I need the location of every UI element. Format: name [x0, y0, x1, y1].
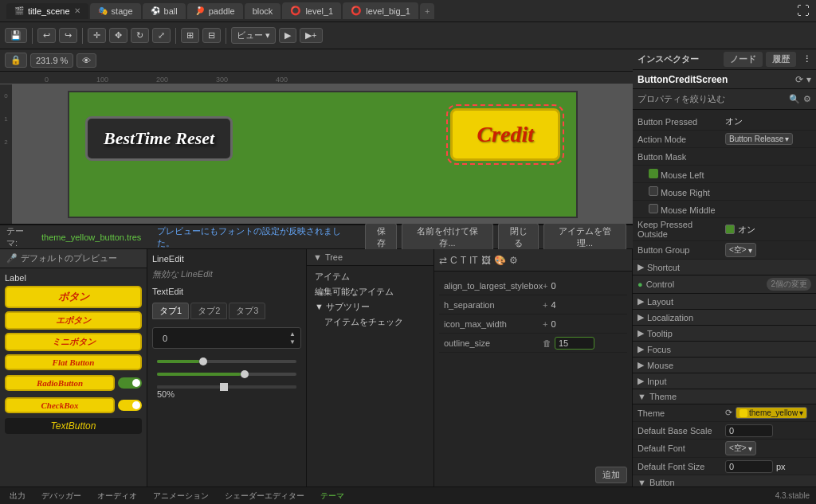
inspector-tab-history[interactable]: 履歴 — [766, 52, 796, 67]
save-as-theme-button[interactable]: 名前を付けて保存... — [402, 223, 493, 252]
save-button[interactable]: 💾 — [5, 28, 27, 43]
status-tab-debugger[interactable]: デバッガー — [38, 489, 84, 503]
scale-tool[interactable]: ⤢ — [152, 28, 171, 43]
tree-item-check[interactable]: アイテムをチェック — [312, 315, 429, 330]
props-add-button[interactable]: 追加 — [595, 467, 627, 483]
font-size-input[interactable] — [725, 460, 773, 473]
slider-3-thumb[interactable] — [220, 383, 228, 391]
outline-size-input[interactable] — [555, 337, 594, 350]
tab2[interactable]: タブ2 — [190, 303, 227, 319]
preview-btn-3[interactable]: ミニボタン — [5, 333, 142, 351]
plus-icon-2[interactable]: + — [543, 300, 547, 310]
view-button[interactable]: ビュー ▾ — [231, 27, 276, 44]
slider-2-track[interactable] — [157, 373, 296, 376]
canvas-area[interactable]: 0 100 200 300 400 012 BestTime Reset Cre… — [0, 72, 633, 224]
status-tab-animation[interactable]: アニメーション — [150, 489, 212, 503]
section-button[interactable]: ▼ Button — [633, 475, 816, 486]
section-localization[interactable]: ▶ Localization — [633, 310, 816, 326]
section-layout[interactable]: ▶ Layout — [633, 294, 816, 310]
tab1[interactable]: タブ1 — [152, 303, 189, 319]
default-font-dropdown[interactable]: <空> ▾ — [725, 441, 756, 455]
stepper-down[interactable]: ▼ — [289, 338, 296, 346]
select-tool[interactable]: ✛ — [88, 28, 106, 43]
insp-value-button-pressed: オン — [725, 115, 811, 127]
preview-btn-4[interactable]: Flat Button — [5, 354, 142, 370]
trash-icon[interactable]: 🗑 — [543, 338, 551, 348]
close-theme-button[interactable]: 閉じる — [498, 223, 539, 252]
status-tab-shader[interactable]: シェーダーエディター — [222, 489, 308, 503]
undo-button[interactable]: ↩ — [37, 28, 56, 43]
tab-block[interactable]: block — [245, 3, 281, 19]
preview-btn-5[interactable]: RadioButton — [5, 375, 115, 391]
ruler-left: 012 — [0, 84, 13, 224]
section-shortcut[interactable]: ▶ Shortcut — [633, 260, 816, 275]
filter-settings-icon[interactable]: ⚙ — [803, 94, 811, 104]
base-scale-input[interactable] — [725, 424, 773, 437]
manage-items-button[interactable]: アイテムを管理... — [543, 223, 626, 252]
slider-3-track[interactable]: 50% — [157, 385, 296, 389]
tab-stage[interactable]: 🎭 stage — [90, 3, 141, 19]
toggle-on-2[interactable] — [118, 400, 142, 411]
theme-sync-icon[interactable]: ⟳ — [725, 408, 732, 418]
preview-btn-2[interactable]: エポタン — [5, 311, 142, 330]
tab-add[interactable]: + — [420, 3, 434, 19]
best-time-button[interactable]: BestTime Reset — [85, 116, 233, 161]
section-focus[interactable]: ▶ Focus — [633, 342, 816, 357]
slider-2-thumb[interactable] — [241, 370, 249, 378]
tab-paddle[interactable]: 🏓 paddle — [187, 3, 243, 19]
status-tab-audio[interactable]: オーディオ — [94, 489, 140, 503]
canvas-eye-button[interactable]: 👁 — [76, 53, 96, 68]
keep-pressed-checkbox[interactable] — [725, 225, 735, 234]
filter-search-icon[interactable]: 🔍 — [789, 94, 800, 104]
status-tab-theme[interactable]: テーマ — [317, 489, 347, 503]
status-tab-output[interactable]: 出力 — [6, 489, 29, 503]
toggle-on-1[interactable] — [118, 377, 142, 389]
stepper-up[interactable]: ▲ — [289, 330, 296, 338]
tab-level-big-1[interactable]: ⭕ level_big_1 — [343, 2, 418, 19]
section-input[interactable]: ▶ Input — [633, 373, 816, 389]
number-input[interactable] — [158, 332, 286, 345]
node-menu-icon[interactable]: ▾ — [806, 74, 811, 85]
slider-1-track[interactable] — [157, 360, 296, 363]
debug-play-button[interactable]: ▶+ — [300, 28, 322, 43]
action-mode-dropdown[interactable]: Button Release ▾ — [725, 133, 793, 145]
play-button[interactable]: ▶ — [279, 28, 296, 43]
inspector-tab-node[interactable]: ノード — [724, 52, 763, 67]
rotate-tool[interactable]: ↻ — [131, 28, 149, 43]
slider-1-thumb[interactable] — [199, 357, 207, 365]
node-action-icon[interactable]: ⟳ — [795, 74, 803, 85]
section-mouse[interactable]: ▶ Mouse — [633, 357, 816, 373]
tab-title-scene-close[interactable]: ✕ — [74, 6, 80, 15]
grid-button[interactable]: ⊟ — [202, 28, 221, 43]
mouse-right-checkbox[interactable] — [649, 186, 658, 196]
section-control[interactable]: ● Control 2個の変更 — [633, 275, 816, 294]
tab-level1[interactable]: ⭕ level_1 — [282, 2, 341, 19]
plus-icon-3[interactable]: + — [543, 319, 547, 329]
save-theme-button[interactable]: 保存 — [365, 223, 397, 252]
inspector-menu-icon[interactable]: ⋮ — [802, 54, 811, 64]
insp-row-default-font: Default Font <空> ▾ — [633, 440, 816, 458]
plus-icon-1[interactable]: + — [543, 281, 547, 291]
button-group-dropdown[interactable]: <空> ▾ — [725, 243, 756, 257]
preview-btn-6[interactable]: CheckBox — [5, 397, 115, 413]
tab-ball[interactable]: ⚽ ball — [143, 3, 186, 19]
section-tooltip[interactable]: ▶ Tooltip — [633, 326, 816, 342]
theme-dropdown[interactable]: theme_yellow ▾ — [736, 407, 807, 419]
tree-item-2[interactable]: 編集可能なアイテム — [312, 284, 429, 299]
tab3[interactable]: タブ3 — [229, 303, 265, 319]
canvas-lock-button[interactable]: 🔒 — [5, 53, 27, 68]
tree-subtree[interactable]: ▼ サブツリー — [312, 299, 429, 315]
move-tool[interactable]: ✥ — [109, 28, 128, 43]
tree-item-1[interactable]: アイテム — [312, 269, 429, 284]
canvas-viewport[interactable]: 012 BestTime Reset Credit — [0, 84, 633, 224]
mouse-middle-checkbox[interactable] — [649, 204, 658, 213]
snap-button[interactable]: ⊞ — [181, 28, 199, 43]
redo-button[interactable]: ↪ — [59, 28, 77, 43]
preview-btn-7[interactable]: TextButton — [5, 418, 142, 434]
tooltip-expand-icon: ▶ — [638, 328, 644, 338]
section-theme[interactable]: ▼ Theme — [633, 389, 816, 404]
fullscreen-icon[interactable]: ⛶ — [797, 4, 810, 18]
preview-btn-1[interactable]: ボタン — [5, 286, 142, 308]
credit-button[interactable]: Credit — [450, 108, 560, 161]
tab-title-scene[interactable]: 🎬 title_scene ✕ — [6, 3, 88, 19]
